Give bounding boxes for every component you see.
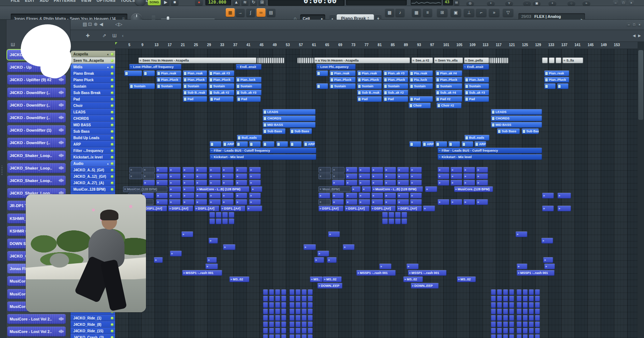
chat-icon[interactable]: ◌ — [567, 1, 575, 6]
ghost-clip[interactable]: × — [129, 173, 142, 179]
track-row[interactable]: J4CKO_A..5)_(G#) — [70, 167, 115, 173]
timeline-bar-label[interactable]: 133 — [548, 43, 554, 47]
pattern-clip[interactable]: Pian..Pluck — [435, 77, 462, 83]
drag-handle-icon[interactable]: +‖+ — [58, 329, 63, 334]
menu-item-tools[interactable]: TOOLS — [121, 0, 135, 5]
pattern-clip[interactable]: LEADS — [491, 109, 542, 115]
mini-clip[interactable] — [289, 289, 294, 295]
pattern-clip[interactable]: Sustain — [357, 83, 382, 89]
plugin-icon[interactable]: ⌐ — [476, 8, 487, 17]
ghost-clip[interactable]: × — [332, 173, 345, 179]
sample-clip[interactable]: » — [209, 193, 221, 199]
timeline-bar-label[interactable]: 37 — [233, 43, 237, 47]
mini-clip[interactable] — [523, 289, 528, 295]
automation-clip[interactable]: ~Love Phi..equency — [316, 64, 356, 70]
sample-clip[interactable]: » — [397, 167, 409, 173]
mini-clip[interactable] — [275, 302, 280, 308]
browser-icon[interactable]: ⊞ — [437, 8, 448, 17]
track-row[interactable]: J4CKO_Ride_(1) — [70, 315, 115, 321]
tree-icon[interactable]: ▣ — [450, 8, 461, 17]
audio-clip[interactable] — [542, 58, 548, 63]
sample-clip[interactable]: »DSP1..[A#] — [397, 206, 422, 211]
track-mute-led[interactable] — [111, 79, 113, 81]
sample-clip[interactable]: »MSSP1 -..rash 001 — [356, 270, 396, 276]
link-icon[interactable]: ∞ — [257, 8, 265, 17]
pattern-clip[interactable]: Pian..Pluck — [330, 77, 356, 83]
track-mute-led[interactable] — [111, 317, 113, 319]
automation-clip[interactable]: ~Kickstart - Mix level — [438, 154, 542, 160]
drag-handle-icon[interactable]: +‖+ — [58, 77, 63, 82]
pattern-clip[interactable]: CHORDS — [491, 116, 542, 121]
collapse-icon[interactable]: ▲ — [107, 53, 109, 55]
picker-item[interactable]: J4CKO_Shaker_Loop..+‖+ — [7, 151, 66, 161]
picker-item[interactable]: J4CKO - Downlifter (..+‖+ — [7, 138, 66, 148]
mini-clip[interactable] — [529, 315, 534, 321]
pattern-clip[interactable]: Pian..ak #3 — [209, 70, 234, 76]
track-row[interactable]: J4CKO_Ride_(8) — [70, 321, 115, 328]
menu-item-add[interactable]: ADD — [40, 0, 49, 5]
channel-rack-icon[interactable]: ▦ — [412, 8, 421, 17]
track-mute-led[interactable] — [111, 162, 113, 165]
pattern-clip[interactable]: Buil..eads — [237, 135, 262, 141]
zoom-icon[interactable]: ⊕ — [94, 21, 98, 27]
pattern-clip[interactable]: Sub..ak #2 — [209, 90, 234, 95]
mini-clip[interactable] — [517, 328, 522, 334]
mini-clip[interactable] — [497, 309, 502, 314]
track-row[interactable]: CHORDS — [70, 115, 115, 122]
pattern-clip[interactable]: Pad — [209, 96, 234, 102]
mini-clip[interactable] — [535, 315, 540, 321]
sample-clip[interactable]: »MS..02 — [323, 276, 342, 282]
timeline-bar-label[interactable]: 73 — [351, 43, 355, 47]
ghost-clip[interactable]: × — [318, 173, 331, 179]
mini-clip[interactable] — [491, 309, 496, 314]
picker-item[interactable]: MusiCore - Lost Vol 2..+‖+ — [7, 327, 66, 337]
sample-clip[interactable]: » — [438, 199, 449, 205]
track-row[interactable]: Seen Yo..Acapella — [70, 57, 115, 64]
pattern-number-display[interactable]: 43 — [443, 0, 453, 5]
drag-handle-icon[interactable]: +‖+ — [58, 166, 63, 171]
audio-clip[interactable]: ≈See..a #2 — [411, 58, 433, 63]
timeline-bar-label[interactable]: 149 — [601, 43, 607, 47]
sample-clip[interactable]: » — [222, 173, 234, 179]
sample-clip[interactable]: » — [371, 173, 383, 179]
mini-clip[interactable] — [517, 322, 522, 327]
sample-clip[interactable]: »MSSP1 -..rash 001 — [182, 270, 222, 276]
step-edit-button[interactable]: ⊞ — [258, 0, 266, 5]
pattern-clip[interactable]: Pian..Pluck — [183, 77, 207, 83]
pattern-clip[interactable] — [557, 83, 569, 89]
mini-clip[interactable] — [509, 328, 514, 334]
sample-clip[interactable]: » — [371, 199, 383, 205]
timeline-bar-label[interactable]: 41 — [247, 43, 250, 47]
track-mute-led[interactable] — [111, 92, 113, 94]
mini-clip[interactable] — [509, 289, 514, 295]
pattern-clip[interactable]: LEADS — [263, 109, 316, 115]
pattern-clip[interactable] — [316, 83, 328, 89]
mini-clip[interactable] — [302, 289, 307, 295]
sample-clip[interactable]: » — [223, 244, 235, 250]
pattern-clip[interactable]: Sustain — [209, 83, 234, 89]
pattern-clip[interactable]: Sustain — [183, 83, 207, 89]
sample-clip[interactable]: » — [371, 180, 383, 186]
sample-clip[interactable]: » — [247, 206, 262, 211]
mini-clip[interactable] — [523, 309, 528, 314]
sample-clip[interactable]: » — [156, 173, 168, 179]
mini-clip[interactable] — [535, 322, 540, 327]
ghost-clip[interactable]: × — [318, 167, 331, 173]
song-mode-toggle[interactable]: SONG — [148, 0, 161, 5]
sample-clip[interactable]: » — [156, 193, 168, 199]
mini-clip[interactable] — [296, 315, 301, 321]
pattern-clip[interactable]: ARP — [422, 141, 434, 147]
sample-clip[interactable]: »DSP1..[A#] — [168, 206, 193, 211]
app-minimize-button[interactable]: – — [613, 0, 618, 5]
mini-clip[interactable] — [529, 289, 534, 295]
mini-clip[interactable] — [497, 315, 502, 321]
timeline-bar-label[interactable]: 9 — [141, 43, 143, 47]
mini-clip[interactable] — [491, 315, 496, 321]
sample-clip[interactable]: » — [209, 173, 221, 179]
rail-grip[interactable] — [1, 166, 3, 175]
timeline-bar-label[interactable]: 101 — [443, 43, 449, 47]
drag-handle-icon[interactable]: +‖+ — [58, 115, 63, 120]
sample-clip[interactable]: » — [251, 186, 262, 192]
sample-clip[interactable]: » — [346, 167, 357, 173]
mini-clip[interactable] — [302, 309, 307, 314]
